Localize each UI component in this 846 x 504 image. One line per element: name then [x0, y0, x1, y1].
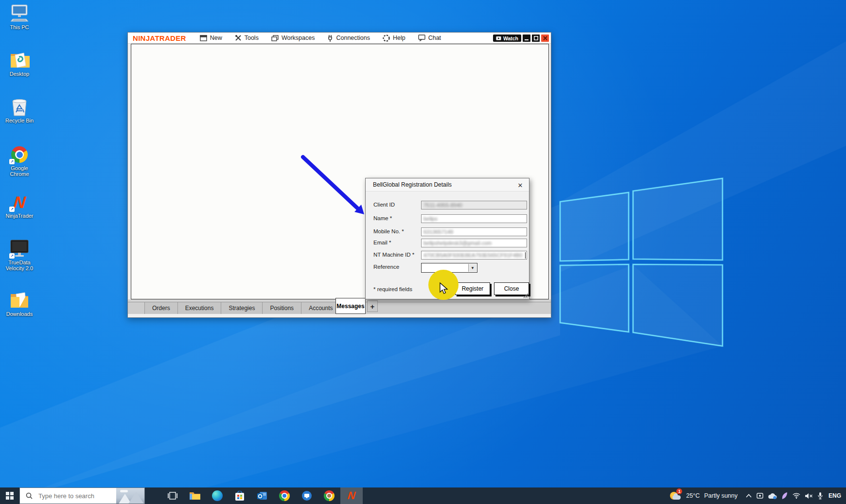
system-tray: 1 25°C Partly sunny i	[669, 487, 843, 504]
menu-connections[interactable]: Connections	[327, 35, 370, 42]
taskbar-ninjatrader-active[interactable]: N	[340, 487, 363, 504]
menu-chat[interactable]: Chat	[418, 35, 441, 41]
workspaces-icon	[271, 35, 279, 41]
tab-executions[interactable]: Executions	[178, 302, 222, 314]
this-pc-icon	[8, 4, 31, 23]
taskbar-chrome[interactable]	[273, 487, 296, 504]
field-row-mobile: Mobile No. * 6313657149	[366, 227, 529, 236]
redacted-value: 470CB5A0F930E8EA793E565CF91F4B0	[423, 252, 523, 258]
minimize-button[interactable]	[523, 35, 530, 42]
resize-grip[interactable]	[523, 293, 529, 298]
taskbar-microsoft-store[interactable]	[229, 487, 251, 504]
tab-orders[interactable]: Orders	[144, 302, 178, 314]
shortcut-arrow-icon: ↗	[9, 207, 15, 212]
taskbar-edge[interactable]	[206, 487, 229, 504]
new-window-icon	[200, 35, 207, 41]
chevron-down-icon[interactable]: ▼	[468, 264, 476, 272]
dialog-titlebar: BellGlobal Registration Details	[366, 178, 529, 191]
desktop-icon-downloads[interactable]: Downloads	[0, 291, 39, 317]
field-label: Mobile No. *	[373, 228, 404, 234]
chat-icon	[418, 35, 425, 41]
desktop-icon-label: Recycle Bin	[5, 118, 34, 123]
desktop-icon-desktop[interactable]: Desktop	[0, 51, 39, 77]
field-label: Reference	[373, 264, 399, 270]
tray-expand-chevron-icon[interactable]	[746, 494, 752, 498]
taskbar-outlook[interactable]	[251, 487, 273, 504]
nt-machine-id-input[interactable]: 470CB5A0F930E8EA793E565CF91F4B0	[421, 251, 527, 260]
field-label: Client ID	[373, 202, 395, 208]
menu-help[interactable]: Help	[383, 35, 405, 42]
downloads-folder-icon	[8, 291, 31, 310]
weather-icon[interactable]: 1	[669, 490, 682, 502]
text-caret	[525, 252, 526, 259]
field-row-machine-id: NT Machine ID * 470CB5A0F930E8EA793E565C…	[366, 251, 529, 260]
volume-muted-icon[interactable]	[805, 493, 813, 499]
taskbar-search[interactable]	[19, 487, 145, 504]
field-row-email: Email * bellpshelpdesk3@gmail.com	[366, 239, 529, 247]
microsoft-store-icon	[235, 491, 245, 501]
desktop-icon-google-chrome[interactable]: ↗ Google Chrome	[0, 145, 39, 177]
close-button[interactable]	[541, 35, 549, 42]
cloud-tray-icon[interactable]: i	[768, 493, 777, 499]
register-button[interactable]: Register	[455, 282, 490, 295]
desktop-icon-label: Google Chrome	[1, 165, 38, 177]
mobile-input[interactable]: 6313657149	[421, 227, 527, 236]
notification-badge: 1	[676, 488, 682, 494]
desktop-icon-label: NinjaTrader	[5, 213, 33, 219]
add-tab-button[interactable]: +	[367, 300, 378, 312]
weather-condition[interactable]: Partly sunny	[704, 492, 738, 499]
tab-messages-active[interactable]: Messages	[335, 298, 366, 314]
taskbar-remote-desktop[interactable]	[296, 487, 318, 504]
field-row-name: Name * bellps	[366, 214, 529, 223]
tab-positions[interactable]: Positions	[263, 302, 301, 314]
mouse-cursor-icon	[439, 282, 449, 295]
close-icon	[543, 36, 547, 40]
field-row-client-id: Client ID 7511-4955-8940	[366, 201, 529, 209]
ninjatrader-titlebar: NINJATRADER New Tools	[128, 33, 551, 44]
watch-tv-icon	[496, 36, 501, 40]
dialog-title: BellGlobal Registration Details	[373, 181, 452, 188]
wifi-icon[interactable]	[793, 493, 800, 499]
field-label: Email *	[373, 240, 391, 245]
desktop-icon-label: TrueData Velocity 2.0	[1, 260, 38, 271]
taskbar-chrome-profile[interactable]	[318, 487, 340, 504]
display-sync-tray-icon[interactable]	[756, 492, 764, 499]
maximize-button[interactable]	[532, 35, 540, 42]
menu-new[interactable]: New	[200, 35, 222, 41]
tab-accounts[interactable]: Accounts	[301, 302, 340, 314]
email-input[interactable]: bellpshelpdesk3@gmail.com	[421, 239, 527, 247]
tab-strategies[interactable]: Strategies	[221, 302, 263, 314]
weather-temperature[interactable]: 25°C	[686, 492, 700, 499]
menu-workspaces[interactable]: Workspaces	[271, 35, 315, 41]
start-button[interactable]	[0, 487, 19, 504]
search-icon	[26, 492, 33, 499]
desktop-icon-ninjatrader[interactable]: N ↗ NinjaTrader	[0, 192, 39, 219]
redacted-value: 7511-4955-8940	[423, 202, 462, 208]
desktop-icon-label: This PC	[10, 24, 29, 30]
watch-button[interactable]: Watch	[493, 35, 521, 42]
desktop-icon-truedata[interactable]: ↗ TrueData Velocity 2.0	[0, 239, 39, 271]
taskbar-file-explorer[interactable]	[184, 487, 206, 504]
watch-label: Watch	[503, 35, 518, 41]
field-label: Name *	[373, 215, 392, 221]
menu-label: Chat	[428, 35, 441, 41]
file-explorer-icon	[189, 491, 201, 501]
chrome-profile-icon	[324, 490, 335, 501]
menu-label: Help	[393, 35, 405, 41]
help-icon	[383, 35, 390, 42]
monitor-icon: ↗	[8, 239, 31, 259]
tools-icon	[235, 35, 242, 41]
outlook-icon	[257, 491, 267, 501]
task-view-button[interactable]	[161, 487, 184, 504]
search-input[interactable]	[37, 492, 110, 500]
menu-tools[interactable]: Tools	[235, 35, 259, 41]
desktop-icon-this-pc[interactable]: This PC	[0, 4, 39, 30]
microphone-icon[interactable]	[817, 492, 823, 500]
desktop-icon-recycle-bin[interactable]: Recycle Bin	[0, 97, 39, 123]
menu-bar: New Tools Workspaces	[200, 35, 441, 42]
feather-tray-icon[interactable]	[781, 492, 788, 500]
client-id-input: 7511-4955-8940	[421, 201, 527, 209]
name-input[interactable]: bellps	[421, 214, 527, 223]
dialog-close-icon[interactable]: ✕	[515, 180, 525, 190]
language-indicator[interactable]: ENG	[828, 492, 841, 499]
